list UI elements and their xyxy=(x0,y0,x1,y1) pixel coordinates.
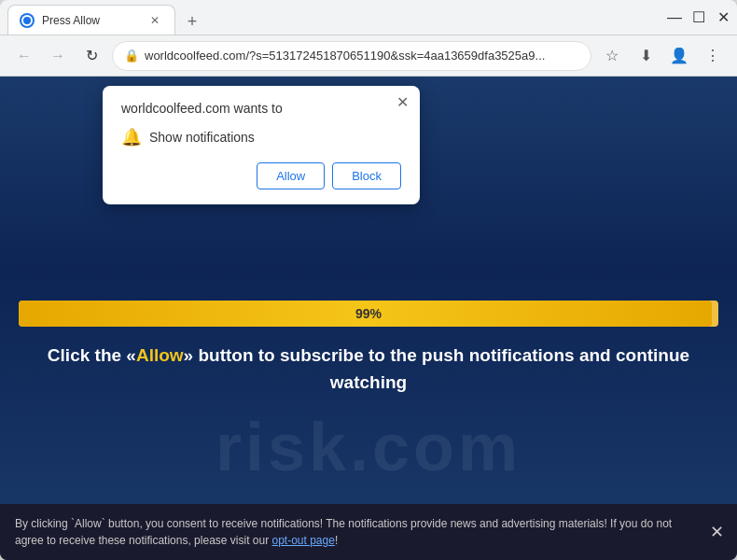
menu-button[interactable]: ⋮ xyxy=(700,43,726,69)
notification-popup: ✕ worldcoolfeed.com wants to 🔔 Show noti… xyxy=(103,86,420,204)
popup-close-button[interactable]: ✕ xyxy=(396,95,409,110)
popup-permission: 🔔 Show notifications xyxy=(121,127,401,147)
main-message-highlight: Allow xyxy=(136,345,184,365)
main-message: Click the «Allow» button to subscribe to… xyxy=(19,343,718,396)
permission-text: Show notifications xyxy=(149,130,255,145)
progress-text: 99% xyxy=(355,306,382,321)
banner-close-button[interactable]: ✕ xyxy=(710,520,724,545)
url-text: worldcoolfeed.com/?s=513172451870651190&… xyxy=(145,49,579,63)
banner-text-before: By clicking `Allow` button, you consent … xyxy=(15,517,672,547)
popup-title: worldcoolfeed.com wants to xyxy=(121,101,401,116)
new-tab-button[interactable]: + xyxy=(179,8,205,35)
back-button[interactable]: ← xyxy=(11,43,37,69)
main-message-after: » button to subscribe to the push notifi… xyxy=(184,345,690,392)
browser-window: Press Allow ✕ + — ☐ ✕ ← → ↻ 🔒 worldcoolf… xyxy=(0,0,737,560)
title-bar: Press Allow ✕ + — ☐ ✕ xyxy=(0,0,737,35)
progress-container: 99% xyxy=(19,301,718,327)
close-button[interactable]: ✕ xyxy=(716,11,730,24)
forward-button[interactable]: → xyxy=(45,43,71,69)
profile-button[interactable]: 👤 xyxy=(666,43,692,69)
consent-banner: By clicking `Allow` button, you consent … xyxy=(0,504,737,560)
maximize-button[interactable]: ☐ xyxy=(692,11,705,24)
page-content: ✕ worldcoolfeed.com wants to 🔔 Show noti… xyxy=(0,77,737,560)
banner-text-after: ! xyxy=(335,534,338,547)
address-bar: ← → ↻ 🔒 worldcoolfeed.com/?s=51317245187… xyxy=(0,35,737,77)
refresh-button[interactable]: ↻ xyxy=(78,43,104,69)
watermark: risk.com xyxy=(0,409,737,485)
active-tab[interactable]: Press Allow ✕ xyxy=(7,5,175,35)
block-button[interactable]: Block xyxy=(332,162,401,189)
popup-buttons: Allow Block xyxy=(121,162,401,189)
tab-favicon xyxy=(20,13,35,28)
tab-title: Press Allow xyxy=(42,14,139,27)
lock-icon: 🔒 xyxy=(124,49,139,63)
bell-icon: 🔔 xyxy=(121,127,142,147)
url-bar[interactable]: 🔒 worldcoolfeed.com/?s=51317245187065119… xyxy=(112,41,591,71)
tab-close-button[interactable]: ✕ xyxy=(146,12,163,29)
window-controls: — ☐ ✕ xyxy=(668,11,730,24)
bookmark-button[interactable]: ☆ xyxy=(599,43,625,69)
minimize-button[interactable]: — xyxy=(668,11,681,24)
allow-button[interactable]: Allow xyxy=(257,162,325,189)
opt-out-link[interactable]: opt-out page xyxy=(271,534,334,547)
main-message-before: Click the « xyxy=(48,345,136,365)
download-icon: ⬇ xyxy=(633,43,659,69)
tab-area: Press Allow ✕ + xyxy=(7,0,661,35)
